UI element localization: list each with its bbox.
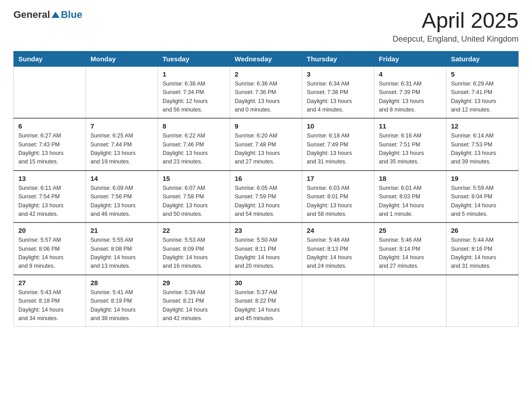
day-number: 17 bbox=[307, 175, 369, 182]
day-info: Sunrise: 5:43 AMSunset: 8:18 PMDaylight:… bbox=[18, 288, 81, 323]
day-info: Sunrise: 6:25 AMSunset: 7:44 PMDaylight:… bbox=[90, 132, 153, 167]
calendar-cell: 26Sunrise: 5:44 AMSunset: 8:16 PMDayligh… bbox=[446, 223, 519, 275]
day-info: Sunrise: 6:36 AMSunset: 7:36 PMDaylight:… bbox=[235, 80, 297, 115]
day-info: Sunrise: 6:09 AMSunset: 7:56 PMDaylight:… bbox=[90, 184, 153, 219]
week-row-3: 13Sunrise: 6:11 AMSunset: 7:54 PMDayligh… bbox=[14, 171, 519, 223]
day-number: 1 bbox=[163, 70, 225, 78]
calendar-header-row: Sunday Monday Tuesday Wednesday Thursday… bbox=[14, 51, 519, 66]
col-saturday: Saturday bbox=[446, 51, 519, 66]
calendar-cell: 21Sunrise: 5:55 AMSunset: 8:08 PMDayligh… bbox=[86, 223, 158, 275]
day-number: 25 bbox=[379, 227, 442, 234]
day-info: Sunrise: 5:59 AMSunset: 8:04 PMDaylight:… bbox=[451, 184, 514, 219]
calendar-cell: 17Sunrise: 6:03 AMSunset: 8:01 PMDayligh… bbox=[302, 171, 374, 223]
title-section: April 2025 Deepcut, England, United King… bbox=[393, 9, 519, 44]
day-info: Sunrise: 6:29 AMSunset: 7:41 PMDaylight:… bbox=[451, 80, 514, 115]
calendar-cell: 15Sunrise: 6:07 AMSunset: 7:58 PMDayligh… bbox=[158, 171, 230, 223]
week-row-1: 1Sunrise: 6:38 AMSunset: 7:34 PMDaylight… bbox=[14, 66, 519, 118]
day-number: 23 bbox=[235, 227, 297, 234]
calendar-cell: 22Sunrise: 5:53 AMSunset: 8:09 PMDayligh… bbox=[158, 223, 230, 275]
calendar-cell: 24Sunrise: 5:48 AMSunset: 8:13 PMDayligh… bbox=[302, 223, 374, 275]
day-number: 28 bbox=[90, 279, 153, 287]
day-number: 5 bbox=[451, 70, 514, 78]
calendar-cell bbox=[446, 275, 519, 327]
day-info: Sunrise: 6:22 AMSunset: 7:46 PMDaylight:… bbox=[163, 132, 225, 167]
week-row-2: 6Sunrise: 6:27 AMSunset: 7:43 PMDaylight… bbox=[14, 118, 519, 171]
day-info: Sunrise: 5:44 AMSunset: 8:16 PMDaylight:… bbox=[451, 236, 514, 271]
day-number: 18 bbox=[379, 175, 442, 182]
day-number: 12 bbox=[451, 122, 514, 130]
svg-marker-0 bbox=[51, 12, 60, 18]
calendar-cell: 23Sunrise: 5:50 AMSunset: 8:11 PMDayligh… bbox=[230, 223, 302, 275]
day-info: Sunrise: 5:41 AMSunset: 8:19 PMDaylight:… bbox=[90, 288, 153, 323]
day-info: Sunrise: 5:46 AMSunset: 8:14 PMDaylight:… bbox=[379, 236, 442, 271]
calendar-cell: 6Sunrise: 6:27 AMSunset: 7:43 PMDaylight… bbox=[14, 118, 86, 171]
day-number: 16 bbox=[235, 175, 297, 182]
day-number: 8 bbox=[163, 122, 225, 130]
day-info: Sunrise: 6:27 AMSunset: 7:43 PMDaylight:… bbox=[18, 132, 81, 167]
calendar-cell bbox=[86, 66, 158, 118]
logo-icon bbox=[51, 10, 60, 20]
day-number: 30 bbox=[235, 279, 297, 287]
calendar-cell: 2Sunrise: 6:36 AMSunset: 7:36 PMDaylight… bbox=[230, 66, 302, 118]
day-number: 7 bbox=[90, 122, 153, 130]
day-info: Sunrise: 5:57 AMSunset: 8:06 PMDaylight:… bbox=[18, 236, 81, 271]
calendar-cell: 29Sunrise: 5:39 AMSunset: 8:21 PMDayligh… bbox=[158, 275, 230, 327]
col-tuesday: Tuesday bbox=[158, 51, 230, 66]
calendar-cell: 20Sunrise: 5:57 AMSunset: 8:06 PMDayligh… bbox=[14, 223, 86, 275]
calendar-cell bbox=[374, 275, 446, 327]
calendar-cell: 11Sunrise: 6:16 AMSunset: 7:51 PMDayligh… bbox=[374, 118, 446, 171]
calendar-table: Sunday Monday Tuesday Wednesday Thursday… bbox=[13, 51, 519, 327]
day-number: 9 bbox=[235, 122, 297, 130]
calendar-cell: 28Sunrise: 5:41 AMSunset: 8:19 PMDayligh… bbox=[86, 275, 158, 327]
week-row-5: 27Sunrise: 5:43 AMSunset: 8:18 PMDayligh… bbox=[14, 275, 519, 327]
day-number: 11 bbox=[379, 122, 442, 130]
day-info: Sunrise: 5:48 AMSunset: 8:13 PMDaylight:… bbox=[307, 236, 369, 271]
calendar-cell: 9Sunrise: 6:20 AMSunset: 7:48 PMDaylight… bbox=[230, 118, 302, 171]
calendar-cell: 14Sunrise: 6:09 AMSunset: 7:56 PMDayligh… bbox=[86, 171, 158, 223]
day-number: 10 bbox=[307, 122, 369, 130]
calendar-cell: 18Sunrise: 6:01 AMSunset: 8:03 PMDayligh… bbox=[374, 171, 446, 223]
calendar-cell: 12Sunrise: 6:14 AMSunset: 7:53 PMDayligh… bbox=[446, 118, 519, 171]
day-info: Sunrise: 6:16 AMSunset: 7:51 PMDaylight:… bbox=[379, 132, 442, 167]
calendar-cell: 8Sunrise: 6:22 AMSunset: 7:46 PMDaylight… bbox=[158, 118, 230, 171]
calendar-cell: 5Sunrise: 6:29 AMSunset: 7:41 PMDaylight… bbox=[446, 66, 519, 118]
logo: General Blue bbox=[13, 9, 82, 21]
day-number: 6 bbox=[18, 122, 81, 130]
calendar-cell: 30Sunrise: 5:37 AMSunset: 8:22 PMDayligh… bbox=[230, 275, 302, 327]
calendar-cell: 25Sunrise: 5:46 AMSunset: 8:14 PMDayligh… bbox=[374, 223, 446, 275]
day-info: Sunrise: 6:38 AMSunset: 7:34 PMDaylight:… bbox=[163, 80, 225, 115]
col-thursday: Thursday bbox=[302, 51, 374, 66]
day-number: 13 bbox=[18, 175, 81, 182]
day-number: 20 bbox=[18, 227, 81, 234]
day-info: Sunrise: 6:34 AMSunset: 7:38 PMDaylight:… bbox=[307, 80, 369, 115]
day-info: Sunrise: 6:18 AMSunset: 7:49 PMDaylight:… bbox=[307, 132, 369, 167]
calendar-cell: 27Sunrise: 5:43 AMSunset: 8:18 PMDayligh… bbox=[14, 275, 86, 327]
day-info: Sunrise: 6:01 AMSunset: 8:03 PMDaylight:… bbox=[379, 184, 442, 219]
day-info: Sunrise: 5:50 AMSunset: 8:11 PMDaylight:… bbox=[235, 236, 297, 271]
calendar-cell: 19Sunrise: 5:59 AMSunset: 8:04 PMDayligh… bbox=[446, 171, 519, 223]
day-number: 14 bbox=[90, 175, 153, 182]
day-number: 3 bbox=[307, 70, 369, 78]
location: Deepcut, England, United Kingdom bbox=[393, 34, 519, 44]
day-info: Sunrise: 5:39 AMSunset: 8:21 PMDaylight:… bbox=[163, 288, 225, 323]
day-number: 19 bbox=[451, 175, 514, 182]
day-number: 21 bbox=[90, 227, 153, 234]
calendar-cell: 3Sunrise: 6:34 AMSunset: 7:38 PMDaylight… bbox=[302, 66, 374, 118]
day-number: 27 bbox=[18, 279, 81, 287]
day-number: 4 bbox=[379, 70, 442, 78]
day-info: Sunrise: 5:53 AMSunset: 8:09 PMDaylight:… bbox=[163, 236, 225, 271]
day-info: Sunrise: 6:05 AMSunset: 7:59 PMDaylight:… bbox=[235, 184, 297, 219]
col-wednesday: Wednesday bbox=[230, 51, 302, 66]
calendar-cell bbox=[14, 66, 86, 118]
day-info: Sunrise: 5:55 AMSunset: 8:08 PMDaylight:… bbox=[90, 236, 153, 271]
day-info: Sunrise: 6:20 AMSunset: 7:48 PMDaylight:… bbox=[235, 132, 297, 167]
calendar-cell: 4Sunrise: 6:31 AMSunset: 7:39 PMDaylight… bbox=[374, 66, 446, 118]
calendar-cell: 16Sunrise: 6:05 AMSunset: 7:59 PMDayligh… bbox=[230, 171, 302, 223]
logo-text-blue: Blue bbox=[61, 9, 82, 21]
logo-text-general: General bbox=[13, 9, 50, 21]
day-info: Sunrise: 6:31 AMSunset: 7:39 PMDaylight:… bbox=[379, 80, 442, 115]
week-row-4: 20Sunrise: 5:57 AMSunset: 8:06 PMDayligh… bbox=[14, 223, 519, 275]
day-info: Sunrise: 6:14 AMSunset: 7:53 PMDaylight:… bbox=[451, 132, 514, 167]
day-number: 29 bbox=[163, 279, 225, 287]
day-number: 24 bbox=[307, 227, 369, 234]
